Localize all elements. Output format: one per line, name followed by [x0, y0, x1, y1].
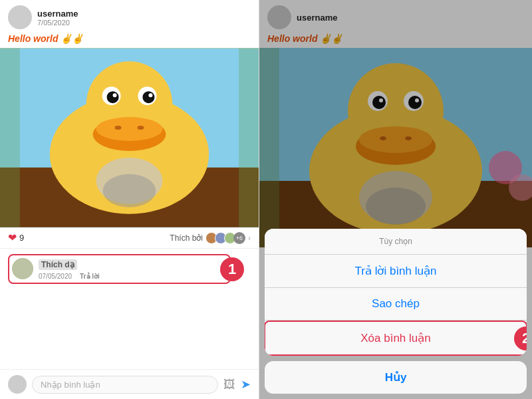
step-badge-2: 2 — [514, 327, 527, 350]
svg-point-5 — [96, 117, 163, 141]
svg-rect-16 — [0, 48, 20, 227]
liked-by[interactable]: Thích bởi +6 › — [170, 232, 251, 244]
svg-point-6 — [115, 126, 122, 130]
comment-input[interactable]: Nhập bình luận — [32, 376, 218, 394]
svg-point-7 — [137, 126, 144, 130]
svg-point-12 — [113, 93, 117, 97]
more-likes-badge: +6 — [233, 232, 245, 244]
post-caption-left: Hello world ✌✌ — [0, 32, 259, 48]
post-header-left: username 7/05/2020 — [0, 0, 259, 32]
action-sheet-group: Tùy chọn Trả lời bình luận Sao chép Xóa … — [265, 229, 527, 356]
comment-item: Thích dạ 07/05/2020 Trả lời ♡ — [8, 254, 231, 284]
comment-meta: 07/05/2020 Trả lời — [39, 273, 227, 280]
input-avatar — [8, 375, 27, 394]
reactions-row: ❤ 9 Thích bởi +6 › — [0, 227, 259, 249]
comment-reply-button[interactable]: Trả lời — [80, 273, 100, 280]
action-sheet-reply[interactable]: Trả lời bình luận — [265, 255, 527, 288]
send-icon[interactable]: ➤ — [241, 377, 251, 392]
step-badge-1: 1 — [220, 257, 244, 281]
liked-avatars: +6 — [205, 232, 245, 244]
post-date: 7/05/2020 — [37, 19, 251, 27]
action-sheet-title: Tùy chọn — [265, 229, 527, 255]
comment-content: Thích dạ 07/05/2020 Trả lời — [39, 258, 227, 280]
gallery-icon[interactable]: 🖼 — [223, 378, 235, 392]
comment-input-bar: Nhập bình luận 🖼 ➤ — [0, 369, 259, 399]
action-sheet-cancel[interactable]: Hủy — [265, 361, 527, 394]
post-username: username — [37, 9, 251, 19]
action-sheet-copy[interactable]: Sao chép — [265, 288, 527, 321]
avatar — [8, 5, 32, 29]
action-sheet: Tùy chọn Trả lời bình luận Sao chép Xóa … — [259, 229, 532, 399]
right-panel: username Hello world ✌✌ — [259, 0, 532, 399]
svg-point-10 — [107, 91, 119, 103]
liked-by-label: Thích bởi — [170, 233, 203, 243]
comment-avatar — [12, 258, 33, 279]
svg-point-15 — [103, 174, 156, 207]
chevron-right-icon: › — [248, 233, 251, 243]
comment-username: Thích dạ — [39, 259, 77, 270]
left-panel: username 7/05/2020 Hello world ✌✌ — [0, 0, 259, 399]
like-number: 9 — [19, 233, 24, 243]
comment-section: Thích dạ 07/05/2020 Trả lời ♡ 1 — [0, 249, 259, 369]
svg-rect-17 — [239, 48, 259, 227]
post-image-left — [0, 48, 259, 227]
heart-filled-icon: ❤ — [8, 231, 17, 244]
svg-point-13 — [148, 93, 152, 97]
comment-date: 07/05/2020 — [39, 273, 72, 280]
action-sheet-delete[interactable]: Xóa bình luận 2 — [265, 321, 527, 356]
like-count: ❤ 9 — [8, 231, 24, 244]
svg-point-11 — [142, 91, 154, 103]
post-meta: username 7/05/2020 — [37, 9, 251, 27]
action-sheet-overlay: Tùy chọn Trả lời bình luận Sao chép Xóa … — [259, 0, 532, 399]
